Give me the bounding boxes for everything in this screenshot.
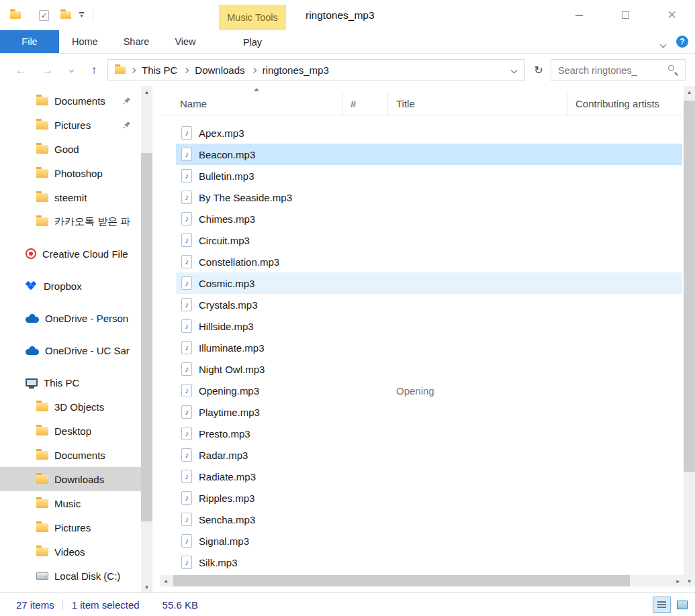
scroll-down-icon[interactable]: ▾ [141, 581, 152, 593]
sidebar-item-creative-cloud-file[interactable]: Creative Cloud File [0, 242, 141, 266]
sidebar-item-onedrive-uc-sar[interactable]: OneDrive - UC Sar [0, 338, 141, 362]
sidebar-item-downloads[interactable]: Downloads [0, 467, 141, 491]
column-header-name[interactable]: Name [176, 91, 342, 115]
mp3-file-icon: ♪ [181, 448, 192, 462]
file-row-presto-mp3[interactable]: ♪Presto.mp3 [176, 423, 682, 444]
sidebar-item-3d-objects[interactable]: 3D Objects [0, 395, 141, 419]
mp3-file-icon: ♪ [181, 534, 192, 548]
scroll-left-icon[interactable]: ◂ [160, 575, 171, 586]
sidebar-item-desktop[interactable]: Desktop [0, 419, 141, 443]
scroll-right-icon[interactable]: ▸ [672, 575, 684, 586]
file-explorer-window: ✓ ▾ Music Tools ringtones_mp3 ✕ File Hom… [0, 0, 695, 616]
mp3-file-icon: ♪ [181, 319, 192, 333]
sidebar-item-good[interactable]: Good [0, 137, 141, 161]
column-header-title[interactable]: Title [388, 91, 567, 115]
file-row-chimes-mp3[interactable]: ♪Chimes.mp3 [176, 208, 682, 229]
folder-icon [36, 427, 48, 435]
tab-share[interactable]: Share [111, 30, 163, 53]
tab-play[interactable]: Play [219, 30, 286, 54]
file-row-by-the-seaside-mp3[interactable]: ♪By The Seaside.mp3 [176, 187, 682, 208]
file-row-beacon-mp3[interactable]: ♪Beacon.mp3 [176, 144, 682, 165]
sidebar-item-pictures[interactable]: Pictures [0, 515, 141, 540]
tab-view[interactable]: View [162, 30, 208, 53]
address-dropdown-icon[interactable] [511, 67, 518, 74]
breadcrumb-chevron-icon[interactable] [250, 67, 256, 72]
address-bar[interactable]: This PC Downloads ringtones_mp3 [107, 59, 525, 81]
sidebar-item-photoshop[interactable]: Photoshop [0, 161, 141, 185]
sidebar-item-local-disk-c[interactable]: Local Disk (C:) [0, 564, 141, 588]
breadcrumb-chevron-icon[interactable] [130, 67, 136, 72]
tab-home[interactable]: Home [59, 30, 111, 53]
large-icons-view-button[interactable] [673, 597, 691, 613]
breadcrumb-chevron-icon[interactable] [183, 67, 189, 72]
onedrive-icon [26, 314, 39, 323]
forward-button[interactable]: → [39, 54, 56, 86]
sidebar-item-videos[interactable]: Videos [0, 540, 141, 564]
sidebar-item-documents[interactable]: Documents [0, 89, 141, 113]
file-row-illuminate-mp3[interactable]: ♪Illuminate.mp3 [176, 337, 682, 358]
scroll-up-icon[interactable]: ▴ [141, 86, 152, 97]
file-row-night-owl-mp3[interactable]: ♪Night Owl.mp3 [176, 358, 682, 380]
details-view-button[interactable] [653, 597, 671, 613]
maximize-button[interactable] [602, 0, 649, 30]
titlebar[interactable]: ✓ ▾ Music Tools ringtones_mp3 ✕ [0, 0, 695, 30]
breadcrumb-this-pc[interactable]: This PC [136, 64, 183, 76]
vertical-scrollbar-thumb[interactable] [684, 101, 695, 472]
file-row-circuit-mp3[interactable]: ♪Circuit.mp3 [176, 229, 682, 251]
vertical-scrollbar[interactable]: ▴ ▾ [684, 86, 695, 586]
file-row-apex-mp3[interactable]: ♪Apex.mp3 [176, 122, 682, 144]
breadcrumb-ringtones-mp3[interactable]: ringtones_mp3 [257, 64, 334, 76]
breadcrumb-downloads[interactable]: Downloads [189, 64, 250, 76]
file-row-opening-mp3[interactable]: ♪Opening.mp3Opening [176, 380, 682, 401]
file-menu-button[interactable]: File [0, 30, 59, 53]
up-button[interactable]: ↑ [85, 54, 103, 86]
file-row-constellation-mp3[interactable]: ♪Constellation.mp3 [176, 251, 682, 272]
sidebar-item-steemit[interactable]: steemit [0, 185, 141, 209]
scroll-down-icon[interactable]: ▾ [684, 575, 695, 586]
new-folder-quick-access-button[interactable] [60, 11, 71, 19]
file-row-playtime-mp3[interactable]: ♪Playtime.mp3 [176, 401, 682, 423]
ribbon-tabs-row: File Home Share View Play ? [0, 30, 695, 54]
sidebar-item-label: Pictures [54, 119, 91, 131]
mp3-file-icon: ♪ [181, 556, 192, 569]
search-input[interactable]: Search ringtones_ [558, 65, 667, 76]
column-header-number[interactable]: # [342, 91, 388, 115]
sidebar-item-dropbox[interactable]: Dropbox [0, 274, 141, 298]
sidebar-item-music[interactable]: Music [0, 491, 141, 515]
file-row-hillside-mp3[interactable]: ♪Hillside.mp3 [176, 315, 682, 337]
horizontal-scrollbar[interactable]: ◂ ▸ [160, 575, 684, 586]
close-button[interactable]: ✕ [649, 0, 695, 30]
minimize-button[interactable] [556, 0, 602, 30]
scroll-up-icon[interactable]: ▴ [684, 86, 695, 97]
file-row-signal-mp3[interactable]: ♪Signal.mp3 [176, 530, 682, 552]
file-row-radiate-mp3[interactable]: ♪Radiate.mp3 [176, 466, 682, 487]
file-row-cosmic-mp3[interactable]: ♪Cosmic.mp3 [176, 272, 682, 294]
file-row-sencha-mp3[interactable]: ♪Sencha.mp3 [176, 509, 682, 530]
search-icon[interactable] [667, 64, 679, 76]
file-row-radar-mp3[interactable]: ♪Radar.mp3 [176, 444, 682, 466]
refresh-button[interactable]: ↻ [529, 59, 548, 81]
music-tools-contextual-tab[interactable]: Music Tools [219, 5, 286, 30]
expand-ribbon-icon[interactable] [661, 38, 665, 50]
file-row-bulletin-mp3[interactable]: ♪Bulletin.mp3 [176, 165, 682, 187]
sidebar-scrollbar[interactable]: ▴ ▾ [141, 86, 152, 593]
file-name: Signal.mp3 [199, 535, 249, 547]
recent-locations-dropdown-icon[interactable] [64, 54, 78, 86]
sidebar-item-pictures[interactable]: Pictures [0, 113, 141, 137]
view-toggle-buttons [653, 597, 691, 613]
sidebar-item-onedrive-person[interactable]: OneDrive - Person [0, 306, 141, 330]
sidebar-item-documents[interactable]: Documents [0, 443, 141, 467]
sidebar-item-this-pc[interactable]: This PC [0, 370, 141, 395]
file-row-ripples-mp3[interactable]: ♪Ripples.mp3 [176, 487, 682, 509]
horizontal-scrollbar-thumb[interactable] [173, 575, 630, 586]
sidebar-scrollbar-thumb[interactable] [141, 153, 152, 521]
back-button[interactable]: ← [12, 54, 30, 86]
column-header-contributing-artists[interactable]: Contributing artists [567, 91, 684, 115]
customize-quick-access-toolbar-dropdown-icon[interactable]: ▾ [79, 12, 84, 18]
file-row-crystals-mp3[interactable]: ♪Crystals.mp3 [176, 294, 682, 315]
file-row-silk-mp3[interactable]: ♪Silk.mp3 [176, 552, 682, 573]
properties-quick-access-button[interactable]: ✓ [39, 10, 49, 21]
sidebar-item-item[interactable]: 카카오톡 받은 파 [0, 209, 141, 234]
search-box[interactable]: Search ringtones_ [551, 59, 686, 81]
help-button[interactable]: ? [676, 36, 688, 48]
